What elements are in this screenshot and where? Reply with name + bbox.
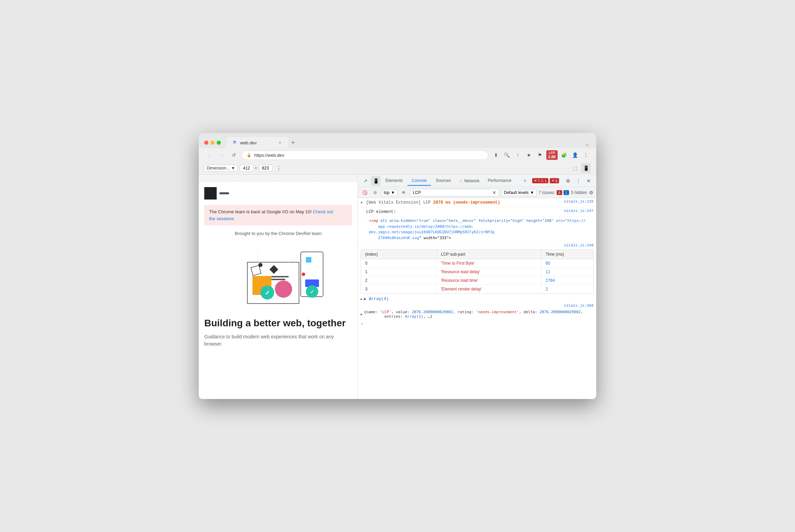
devtools-device-icon[interactable]: 📱 xyxy=(371,176,381,186)
main-area: The Chrome team is back at Google I/O on… xyxy=(199,175,596,399)
tab-elements[interactable]: Elements xyxy=(381,176,407,186)
traffic-lights xyxy=(204,141,221,145)
prompt-arrow-icon: › xyxy=(361,321,363,326)
tab-close-button[interactable]: × xyxy=(277,140,283,145)
lcp-table: (index) LCP sub-part Time (ms) 0 'Time t… xyxy=(361,249,593,294)
tab-sources[interactable]: Sources xyxy=(432,176,455,186)
dimension-chevron-icon: ▼ xyxy=(231,166,235,171)
web-illustration: ✓ ✓ xyxy=(204,242,352,310)
flag-icon[interactable]: ⚑ xyxy=(535,150,545,160)
console-settings-icon[interactable]: ⚙ xyxy=(589,190,593,195)
url-text: https://web.dev xyxy=(254,153,284,158)
lcp-file-ref[interactable]: vitals.js:235 xyxy=(564,200,593,204)
extensions-icon[interactable]: 🧩 xyxy=(559,150,569,160)
array-entry[interactable]: ▶ Array(4) xyxy=(358,295,596,303)
title-bar: web.dev × + ⌄ xyxy=(199,133,596,148)
lcp-element-text: LCP element: xyxy=(366,209,562,215)
tab-network-label: Network xyxy=(464,178,479,183)
webpage-panel: The Chrome team is back at Google I/O on… xyxy=(199,175,358,399)
html-attr-class: class="hero__decor" xyxy=(433,218,476,223)
th-time: Time (ms) xyxy=(541,250,593,259)
obj-expand-icon[interactable] xyxy=(361,312,362,317)
devtools-dock-icon[interactable]: ⬚ xyxy=(570,163,580,173)
tab-console[interactable]: Console xyxy=(407,176,431,186)
tabs-chevron-icon[interactable]: ⌄ xyxy=(584,140,591,148)
web-logo-dash xyxy=(219,192,229,194)
responsive-tick xyxy=(318,177,356,179)
clear-console-button[interactable]: 🚫 xyxy=(361,188,369,197)
share-icon[interactable]: ↑ xyxy=(513,150,523,160)
search-clear-icon[interactable]: ✕ xyxy=(492,190,496,195)
html-attr-fetch: fetchpriority="high" xyxy=(478,218,524,223)
html-width-attr: " width="333"> xyxy=(419,236,451,240)
responsive-tick xyxy=(279,177,317,179)
devtools-inspect-icon[interactable]: ↗ xyxy=(361,176,370,186)
element-file-ref[interactable]: vitals.js:247 xyxy=(564,209,593,213)
settings-icon[interactable]: ⚙ xyxy=(563,176,573,186)
console-content[interactable]: [Web Vitals Extension] LCP 2876 ms (need… xyxy=(358,198,596,399)
tab-network[interactable]: ⚠ Network xyxy=(456,176,483,185)
download-icon[interactable]: ⬇ xyxy=(491,150,501,160)
nav-actions: ⬇ 🔍 ↑ ★ ⚑ LCP 2.88 🧩 👤 ⋮ xyxy=(491,150,591,160)
console-search-input[interactable] xyxy=(413,190,492,195)
dimension-selector[interactable]: Dimension... ▼ xyxy=(204,165,238,172)
lcp-badge[interactable]: LCP 2.88 xyxy=(546,150,558,160)
width-input[interactable] xyxy=(240,165,254,172)
more-options-icon[interactable]: ⋮ xyxy=(574,176,583,186)
array-label: ▶ Array(4) xyxy=(364,296,389,301)
dimension-separator: × xyxy=(255,166,257,171)
levels-selector[interactable]: Default levels ▼ xyxy=(502,189,537,196)
obj-file-ref[interactable]: vitals.js:308 xyxy=(564,304,593,308)
array-expand-icon[interactable] xyxy=(361,297,362,301)
expand-lcp-icon[interactable] xyxy=(361,200,365,205)
url-bar[interactable]: 🔒 https://web.dev xyxy=(241,151,488,160)
devtools-mobile-icon[interactable]: 📱 xyxy=(581,163,591,173)
dimension-more-button[interactable]: ⋮ xyxy=(275,164,283,172)
td-index-3: 3 xyxy=(361,285,437,293)
top-selector-chevron: ▼ xyxy=(391,190,395,195)
lcp-table-row: 2 'Resource load time' 2784 xyxy=(361,276,593,285)
eye-icon[interactable]: 👁 xyxy=(400,188,408,197)
tab-performance[interactable]: Performance xyxy=(484,176,516,186)
menu-icon[interactable]: ⋮ xyxy=(581,150,591,160)
lock-icon: 🔒 xyxy=(247,153,251,157)
back-button[interactable]: ← xyxy=(204,150,214,160)
dimension-inputs: × xyxy=(240,165,272,172)
close-devtools-button[interactable]: ✕ xyxy=(584,176,593,186)
webpage-content: The Chrome team is back at Google I/O on… xyxy=(199,182,358,399)
reload-button[interactable]: ↺ xyxy=(229,150,239,160)
web-heading: Building a better web, together xyxy=(204,317,352,329)
forward-button[interactable]: → xyxy=(217,150,226,160)
td-index-1: 1 xyxy=(361,268,437,276)
table-file-ref[interactable]: vitals.js:248 xyxy=(564,243,593,247)
close-button[interactable] xyxy=(204,141,208,145)
minimize-button[interactable] xyxy=(210,141,215,145)
new-tab-button[interactable]: + xyxy=(288,138,298,147)
lcp-badge-label: LCP xyxy=(549,151,555,155)
console-entry-lcp-element: LCP element: vitals.js:247 xyxy=(358,207,596,217)
tab-more[interactable]: » xyxy=(519,176,530,186)
lcp-table-header: (index) LCP sub-part Time (ms) xyxy=(361,250,593,259)
issues-count: 7 Issues: 6 1 xyxy=(539,190,569,195)
devtools-settings: ⚙ ⋮ ✕ xyxy=(563,176,593,186)
filter-icon[interactable]: ⊘ xyxy=(371,188,379,197)
console-prompt: › xyxy=(358,320,596,328)
warning-count: 1 xyxy=(545,179,547,183)
error-count: 7 xyxy=(538,179,540,183)
svg-text:✓: ✓ xyxy=(310,289,314,295)
bookmark-icon[interactable]: ★ xyxy=(524,150,534,160)
profile-icon[interactable]: 👤 xyxy=(570,150,580,160)
active-tab[interactable]: web.dev × xyxy=(226,137,288,148)
height-input[interactable] xyxy=(259,165,272,172)
search-icon[interactable]: 🔍 xyxy=(502,150,512,160)
levels-label: Default levels xyxy=(504,190,529,195)
lcp-table-row: 1 'Resource load delay' 11 xyxy=(361,268,593,276)
devtools-badges: ✕ 7 ⚠ 1 ✕ 6 xyxy=(532,178,559,183)
html-attr-alt: alt xyxy=(380,218,390,223)
maximize-button[interactable] xyxy=(217,141,221,145)
obj-entry: {name: 'LCP', value: 2876.2000000029802,… xyxy=(358,308,596,320)
top-selector[interactable]: top ▼ xyxy=(381,189,398,196)
prompt-input[interactable] xyxy=(364,321,593,326)
console-toolbar: 🚫 ⊘ top ▼ 👁 ✕ Default levels ▼ 7 Issues: xyxy=(358,187,596,198)
tab-title: web.dev xyxy=(240,140,257,145)
